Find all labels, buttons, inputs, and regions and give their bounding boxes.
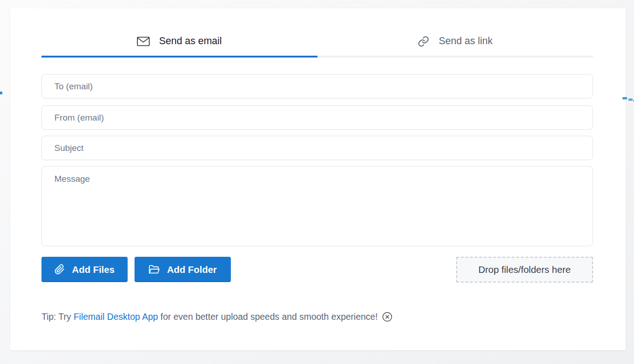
paperclip-icon — [54, 264, 65, 275]
active-tab-indicator — [41, 56, 317, 58]
tab-send-as-email-label: Send as email — [159, 35, 222, 47]
background-illustration-fragment — [628, 98, 633, 101]
tab-bar: Send as email Send as link — [41, 8, 593, 56]
upload-card: Send as email Send as link Add Files — [10, 8, 626, 350]
add-folder-button[interactable]: Add Folder — [135, 257, 231, 282]
tip-text-prefix: Tip: Try — [41, 312, 74, 322]
tip-text-suffix: for even better upload speeds and smooth… — [158, 312, 378, 322]
close-circle-icon — [382, 290, 402, 343]
tip-banner: Tip: Try Filemail Desktop App for even b… — [41, 290, 548, 343]
add-folder-label: Add Folder — [167, 264, 217, 275]
from-email-field[interactable] — [41, 105, 593, 130]
add-files-label: Add Files — [72, 264, 114, 275]
subject-field[interactable] — [41, 136, 593, 160]
background-illustration-fragment — [0, 92, 2, 94]
drop-zone-label: Drop files/folders here — [478, 264, 571, 275]
filemail-desktop-app-link[interactable]: Filemail Desktop App — [74, 312, 158, 322]
tab-send-as-link-label: Send as link — [439, 35, 493, 47]
add-files-button[interactable]: Add Files — [41, 257, 128, 282]
tip-close-button[interactable] — [382, 290, 402, 343]
message-field[interactable] — [41, 166, 593, 246]
link-icon — [417, 35, 429, 47]
folder-open-icon — [148, 264, 160, 275]
envelope-icon — [137, 36, 150, 46]
tab-underline-track — [41, 56, 593, 58]
to-email-field[interactable] — [41, 74, 593, 98]
drop-files-zone[interactable]: Drop files/folders here — [456, 257, 593, 283]
background-illustration-fragment — [622, 97, 627, 99]
tab-send-as-email[interactable]: Send as email — [41, 8, 317, 56]
tab-send-as-link[interactable]: Send as link — [317, 8, 593, 56]
